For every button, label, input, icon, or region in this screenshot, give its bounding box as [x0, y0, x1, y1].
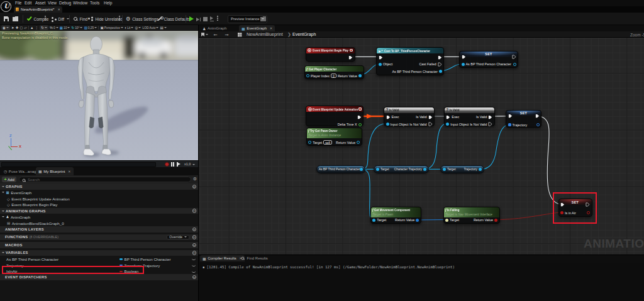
- add-button[interactable]: + Add: [2, 177, 16, 182]
- node-set-trajectory[interactable]: SET Trajectory: [506, 110, 541, 128]
- class-settings-button[interactable]: ⚙ Class Settings: [126, 14, 158, 23]
- tree-item-blend-stack-graph[interactable]: ▤AnimationBlendStackGraph_0: [0, 220, 198, 226]
- exec-in-pin[interactable]: [386, 115, 391, 119]
- surface-snap-icon[interactable]: ▲: [30, 26, 33, 30]
- value-out-pin[interactable]: [513, 63, 516, 66]
- target-pin[interactable]: [308, 141, 311, 144]
- node-is-falling[interactable]: f Is Falling Target is Nav Movement Inte…: [443, 207, 500, 224]
- return-value-pin[interactable]: [416, 219, 419, 222]
- node-event-begin-play[interactable]: Event Blueprint Begin Play: [306, 47, 355, 62]
- delta-time-pin[interactable]: [358, 123, 362, 126]
- menu-debug[interactable]: Debug: [59, 1, 71, 5]
- tab-animgraph[interactable]: ♟ AnimGraph: [200, 25, 229, 31]
- blueprint-settings-gear-icon[interactable]: ⚙: [193, 177, 197, 182]
- exec-in-pin[interactable]: [446, 115, 450, 119]
- debug-filter-button[interactable]: [260, 14, 266, 23]
- node-set-as-bp-character[interactable]: SET As BP Third Person Character: [459, 51, 518, 68]
- lit-dropdown[interactable]: ◐Lit: [125, 26, 133, 30]
- exec-out-pin[interactable]: [438, 55, 442, 60]
- exec-in-pin[interactable]: [462, 55, 466, 59]
- add-variable-icon[interactable]: +: [192, 251, 197, 255]
- tab-my-blueprint[interactable]: ▦ My Blueprint ✕: [36, 167, 74, 175]
- variable-visibility-eye-icon[interactable]: [192, 270, 196, 273]
- target-pin[interactable]: [372, 219, 375, 222]
- section-graphs[interactable]: GRAPHS +: [0, 183, 198, 190]
- show-dropdown[interactable]: ◎: [135, 26, 142, 30]
- object-pin[interactable]: [379, 63, 382, 66]
- diff-button[interactable]: Diff: [51, 14, 69, 23]
- variable-visibility-eye-icon[interactable]: [192, 264, 196, 266]
- tab-find-results[interactable]: Find Results: [238, 255, 270, 261]
- snap-options-dots[interactable]: ⋮: [35, 26, 39, 30]
- variable-visibility-eye-icon[interactable]: [192, 258, 196, 260]
- stop-button[interactable]: [203, 14, 208, 23]
- is-not-valid-pin[interactable]: [488, 122, 492, 126]
- node-cast-to-bp-thirdpersoncharacter[interactable]: Cast To BP_ThirdPersonCharacter Object C…: [376, 47, 444, 75]
- find-button[interactable]: Find: [73, 14, 87, 23]
- menu-edit[interactable]: Edit: [25, 1, 31, 5]
- bookmark-caret-icon[interactable]: [206, 34, 208, 35]
- return-value-pin[interactable]: [358, 74, 362, 77]
- override-dropdown[interactable]: Override: [167, 235, 189, 240]
- as-character-pin[interactable]: [439, 70, 442, 73]
- timeline-track[interactable]: [1, 162, 156, 167]
- breadcrumb-root[interactable]: NewAnimBlueprint: [247, 32, 283, 36]
- my-blueprint-close-icon[interactable]: ✕: [68, 170, 71, 173]
- breadcrumb-current[interactable]: EventGraph: [292, 32, 316, 36]
- menu-asset[interactable]: Asset: [35, 1, 45, 5]
- input-object-pin[interactable]: [386, 123, 389, 126]
- value-in-pin[interactable]: [462, 63, 465, 66]
- exec-out-pin[interactable]: [512, 55, 516, 59]
- is-valid-out-pin[interactable]: [488, 115, 492, 119]
- menu-file[interactable]: File: [15, 1, 21, 5]
- preview-viewport[interactable]: Previewing NewAnimBlueprint_C. Bone mani…: [0, 31, 198, 160]
- target-value[interactable]: self: [323, 140, 332, 145]
- tree-item-animgraph[interactable]: ♟AnimGraph: [0, 214, 198, 220]
- node-get-character-trajectory[interactable]: Target Character Trajectory: [374, 165, 429, 173]
- rotate-snap-button[interactable]: ↻: [40, 25, 48, 30]
- viewport-camera-button[interactable]: ◉: [1, 25, 10, 30]
- graph-list-icon[interactable]: [238, 33, 242, 36]
- node-is-valid-1[interactable]: ?Is Valid Exec Is Valid Input Object Is …: [384, 107, 435, 127]
- cast-failed-pin[interactable]: [438, 62, 442, 67]
- rotate-tool-icon[interactable]: ◻: [20, 26, 23, 30]
- add-animation-layer-icon[interactable]: +: [192, 227, 197, 232]
- exec-out-pin[interactable]: [535, 114, 540, 118]
- section-functions[interactable]: FUNCTIONS (8 OVERRIDABLE) Override +: [0, 234, 198, 241]
- tree-item-eventgraph[interactable]: ▦EventGraph: [0, 190, 198, 196]
- screenshot-button[interactable]: ▤: [160, 26, 167, 30]
- panel-divider[interactable]: [198, 25, 199, 301]
- eventgraph-tab-close-icon[interactable]: ✕: [270, 26, 273, 30]
- input-object-pin[interactable]: [446, 123, 449, 126]
- select-tool-icon[interactable]: ➤: [11, 26, 14, 30]
- add-function-icon[interactable]: +: [192, 235, 197, 239]
- grid-snap-button[interactable]: ▦10: [60, 26, 70, 30]
- section-animation-layers[interactable]: ANIMATION LAYERS +: [0, 226, 198, 233]
- return-value-pin[interactable]: [357, 141, 360, 144]
- percent-snap-button[interactable]: %0: [50, 26, 58, 30]
- unreal-logo-icon[interactable]: U: [1, 1, 11, 12]
- node-is-valid-2[interactable]: ?Is Valid Exec Is Valid Input Object Is …: [444, 107, 495, 127]
- menu-view[interactable]: View: [48, 1, 57, 5]
- value-out-pin[interactable]: [536, 123, 540, 126]
- lod-dropdown[interactable]: LOD Auto: [143, 26, 159, 30]
- player-index-pin[interactable]: [306, 74, 309, 77]
- hide-unrelated-button[interactable]: Hide Unrelated: [88, 14, 123, 23]
- tree-item-event-update-animation[interactable]: ◇Event Blueprint Update Animation: [0, 195, 198, 202]
- move-tool-icon[interactable]: ✚: [16, 26, 19, 30]
- target-in-pin[interactable]: [376, 168, 379, 171]
- save-button[interactable]: [4, 14, 9, 23]
- step-into-button[interactable]: [209, 14, 215, 23]
- scale-snap-button[interactable]: ▧0,25: [84, 26, 97, 30]
- exec-out-pin[interactable]: [348, 55, 353, 60]
- nav-forward-arrow[interactable]: →: [224, 31, 230, 37]
- tab-eventgraph[interactable]: ▦ EventGraph ✕: [239, 25, 275, 31]
- menu-help[interactable]: Help: [104, 1, 112, 5]
- target-pin[interactable]: [445, 219, 448, 222]
- is-not-valid-pin[interactable]: [428, 122, 433, 126]
- menu-tools[interactable]: Tools: [90, 1, 99, 5]
- node-get-movement-component[interactable]: f Get Movement Component Target is Pawn …: [370, 207, 421, 224]
- asset-tab-newanimblueprint[interactable]: NewAnimBlueprint* ✕: [14, 6, 62, 13]
- add-graph-icon[interactable]: +: [192, 185, 197, 189]
- tree-item-event-begin-play[interactable]: ◇Event Blueprint Begin Play: [0, 202, 198, 208]
